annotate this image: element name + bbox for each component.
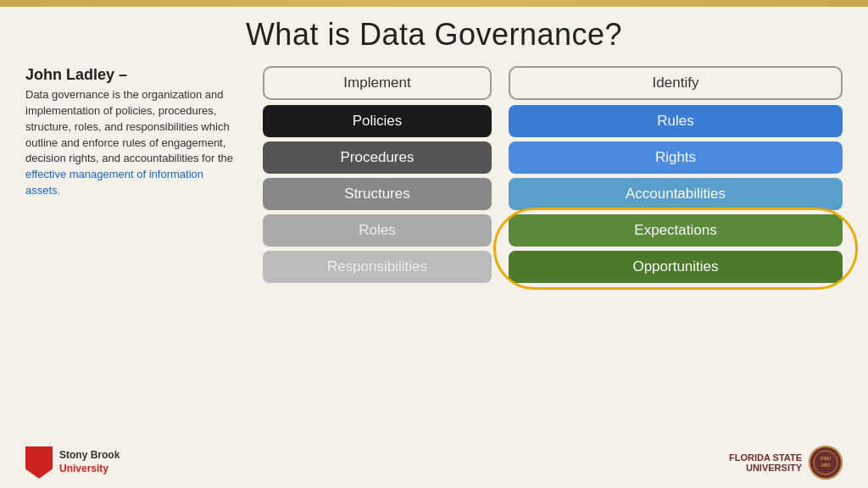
implement-header: Implement <box>263 66 492 100</box>
identify-header: Identify <box>509 66 843 100</box>
fsu-text: FLORIDA STATE UNIVERSITY <box>729 452 802 473</box>
rules-box: Rules <box>509 105 843 137</box>
responsibilities-box: Responsibilities <box>263 251 492 283</box>
oval-highlight-container: Expectations Opportunities <box>509 214 843 283</box>
slide-title: What is Data Governance? <box>25 17 843 53</box>
stony-brook-text: Stony Brook University <box>59 449 120 475</box>
author-name: John Ladley – <box>25 66 241 84</box>
accountabilities-box: Accountabilities <box>509 178 843 210</box>
expectations-box: Expectations <box>509 214 843 247</box>
highlight-link: effective management of information asse… <box>25 168 203 197</box>
policies-box: Policies <box>263 105 492 137</box>
top-decorative-bar <box>0 0 868 7</box>
opportunities-box: Opportunities <box>509 251 843 283</box>
main-area: John Ladley – Data governance is the org… <box>25 66 843 437</box>
description-text: Data governance is the organization and … <box>25 87 241 199</box>
structures-box: Structures <box>263 178 492 210</box>
stony-brook-logo: Stony Brook University <box>25 446 120 479</box>
footer: Stony Brook University FLORIDA STATE UNI… <box>25 442 843 480</box>
implement-column: Implement Policies Procedures Structures… <box>254 66 500 437</box>
svg-text:FSU: FSU <box>821 456 831 461</box>
stony-brook-shield-icon <box>25 446 53 479</box>
roles-box: Roles <box>263 214 492 247</box>
identify-column: Identify Rules Rights Accountabilities E… <box>500 66 843 437</box>
svg-text:1851: 1851 <box>821 463 830 468</box>
slide-content: What is Data Governance? John Ladley – D… <box>0 7 868 488</box>
left-column: John Ladley – Data governance is the org… <box>25 66 254 437</box>
procedures-box: Procedures <box>263 141 492 174</box>
fsu-seal-icon: FSU 1851 <box>809 446 843 480</box>
fsu-logo: FLORIDA STATE UNIVERSITY FSU 1851 <box>729 446 843 480</box>
rights-box: Rights <box>509 141 843 174</box>
